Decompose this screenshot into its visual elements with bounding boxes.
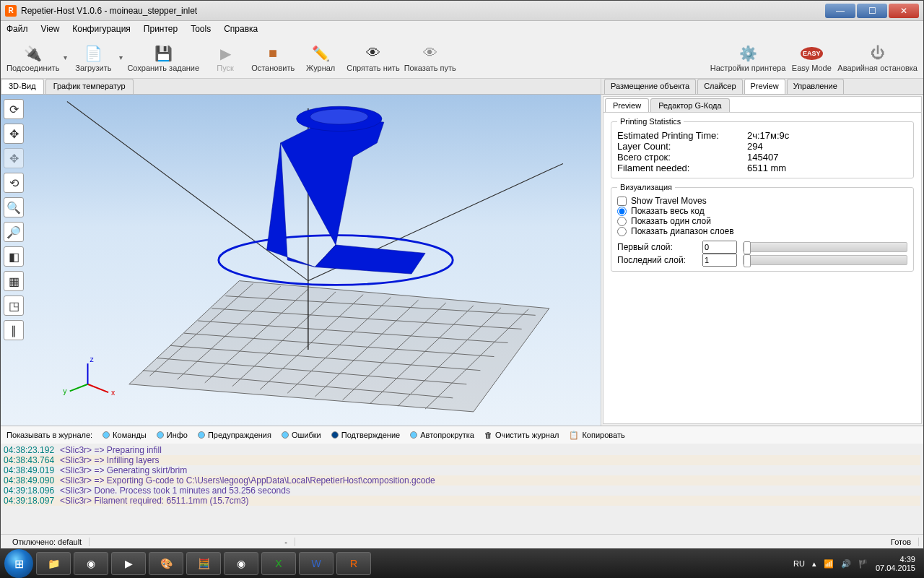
menu-view[interactable]: View <box>41 24 60 34</box>
save-button[interactable]: 💾Сохранить задание <box>127 43 199 72</box>
showpath-label: Показать путь <box>404 64 456 72</box>
printing-statistics-group: Printing Statistics Estimated Printing T… <box>611 117 914 178</box>
reset-view-button[interactable]: ⟳ <box>4 99 24 119</box>
menu-tools[interactable]: Tools <box>191 24 211 34</box>
subtab-gcode-editor[interactable]: Редактор G-Кода <box>650 98 729 112</box>
run-label: Пуск <box>217 64 234 72</box>
stop-button[interactable]: ■Остановить <box>251 43 295 72</box>
log-autoscroll[interactable]: Автопрокрутка <box>410 431 474 439</box>
tray-lang[interactable]: RU <box>793 559 805 568</box>
log-body[interactable]: 04:38:23.192<Slic3r> => Preparing infill… <box>1 444 923 534</box>
taskbar-paint[interactable]: 🎨 <box>149 552 183 575</box>
log-toolbar: Показывать в журнале: Команды Инфо Преду… <box>1 426 923 444</box>
view-toolbar: ⟳ ✥ ✥ ⟲ 🔍 🔎 ◧ ▦ ◳ ∥ <box>1 95 27 426</box>
menu-config[interactable]: Конфигурация <box>72 24 131 34</box>
top-view-button[interactable]: ◳ <box>4 296 24 316</box>
menu-help[interactable]: Справка <box>224 24 258 34</box>
tray-network-icon[interactable]: 📶 <box>824 559 834 569</box>
show-travel-checkbox[interactable] <box>617 197 627 206</box>
subtab-preview[interactable]: Preview <box>605 98 649 112</box>
emergency-stop-button[interactable]: ⏻Аварийная остановка <box>837 43 918 72</box>
log-line: 04:38:43.764<Slic3r> => Infilling layers <box>4 455 920 465</box>
pencil-icon: ✏️ <box>310 43 331 64</box>
filament-value: 6511 mm <box>747 163 786 173</box>
log-filter-commands[interactable]: Команды <box>103 431 147 439</box>
iso-view-button[interactable]: ◧ <box>4 246 24 267</box>
front-view-button[interactable]: ▦ <box>4 271 24 291</box>
svg-line-27 <box>70 384 88 392</box>
log-filter-warn[interactable]: Предупраждения <box>198 431 271 439</box>
menu-file[interactable]: Файл <box>6 24 28 34</box>
journal-button[interactable]: ✏️Журнал <box>299 43 342 72</box>
taskbar-calc[interactable]: 🧮 <box>186 552 221 575</box>
show-single-radio[interactable] <box>617 217 627 226</box>
close-button[interactable]: ✕ <box>889 4 919 18</box>
show-path-button[interactable]: 👁Показать путь <box>404 43 456 72</box>
minimize-button[interactable]: — <box>825 4 855 18</box>
last-layer-label: Последний слой: <box>617 255 697 265</box>
total-lines-label: Всего строк: <box>617 152 747 163</box>
tray-volume-icon[interactable]: 🔊 <box>841 559 851 569</box>
load-button[interactable]: 📄Загрузить <box>71 43 115 72</box>
connect-button[interactable]: 🔌Подсоединить <box>6 43 59 72</box>
app-window: R Repetier-Host V1.0.6 - moineau_stepper… <box>0 0 924 549</box>
svg-line-25 <box>88 384 109 392</box>
taskbar-explorer[interactable]: 📁 <box>36 552 71 575</box>
log-line: 04:39:18.096<Slic3r> Done. Process took … <box>4 486 920 496</box>
printer-settings-button[interactable]: ⚙️Настройки принтера <box>710 43 786 72</box>
move-object-button[interactable]: ✥ <box>4 148 24 168</box>
easy-mode-button[interactable]: EASYEasy Mode <box>790 43 833 72</box>
run-button[interactable]: ▶Пуск <box>204 43 247 72</box>
tab-temperature[interactable]: График температур <box>45 79 134 94</box>
load-dropdown[interactable]: ▾ <box>119 53 123 61</box>
tray-flag-icon[interactable]: 🏴 <box>858 559 868 569</box>
eye-off-icon: 👁 <box>420 43 440 64</box>
taskbar-repetier[interactable]: R <box>336 552 371 575</box>
show-all-radio[interactable] <box>617 207 627 216</box>
statusbar: Отключено: default - Готов <box>1 534 923 548</box>
tab-preview[interactable]: Preview <box>744 79 785 94</box>
first-layer-input[interactable] <box>702 241 737 254</box>
log-copy-button[interactable]: 📋 Копировать <box>569 431 624 440</box>
tab-slicer[interactable]: Слайсер <box>697 79 742 94</box>
log-filter-ack[interactable]: Подтверждение <box>331 431 400 439</box>
taskbar-media[interactable]: ▶ <box>111 552 146 575</box>
system-tray: RU ▴ 📶 🔊 🏴 4:39 07.04.2015 <box>793 555 920 572</box>
taskbar-word[interactable]: W <box>299 552 334 575</box>
easy-icon: EASY <box>801 43 821 64</box>
journal-label: Журнал <box>306 64 335 72</box>
play-icon: ▶ <box>215 43 235 64</box>
tab-3d-view[interactable]: 3D-Вид <box>1 79 44 94</box>
log-area: Показывать в журнале: Команды Инфо Преду… <box>1 426 923 534</box>
3d-viewport[interactable]: ⟳ ✥ ✥ ⟲ 🔍 🔎 ◧ ▦ ◳ ∥ <box>1 95 601 426</box>
move-view-button[interactable]: ✥ <box>4 124 24 144</box>
first-layer-slider[interactable] <box>743 242 907 252</box>
taskbar-chrome2[interactable]: ◉ <box>224 552 258 575</box>
rotate-button[interactable]: ⟲ <box>4 173 24 193</box>
start-button[interactable]: ⊞ <box>4 549 33 578</box>
taskbar-excel[interactable]: X <box>261 552 296 575</box>
emergency-icon: ⏻ <box>868 43 888 64</box>
tray-up-icon[interactable]: ▴ <box>812 559 816 569</box>
last-layer-slider[interactable] <box>743 255 907 265</box>
preview-panel: Preview Редактор G-Кода Printing Statist… <box>603 96 922 424</box>
maximize-button[interactable]: ☐ <box>857 4 887 18</box>
show-travel-label: Show Travel Moves <box>631 196 707 206</box>
log-filter-errors[interactable]: Ошибки <box>282 431 321 439</box>
connect-dropdown[interactable]: ▾ <box>64 53 67 61</box>
tray-clock[interactable]: 4:39 07.04.2015 <box>876 555 915 572</box>
last-layer-input[interactable] <box>702 254 737 267</box>
status-ready: Готов <box>884 538 919 546</box>
show-range-radio[interactable] <box>617 227 627 236</box>
menu-printer[interactable]: Принтер <box>144 24 178 34</box>
hide-filament-button[interactable]: 👁Спрятать нить <box>346 43 399 72</box>
taskbar-chrome[interactable]: ◉ <box>74 552 108 575</box>
tab-control[interactable]: Управление <box>787 79 844 94</box>
fit-button[interactable]: 🔎 <box>4 222 24 242</box>
log-clear-button[interactable]: 🗑 Очистить журнал <box>484 431 559 439</box>
tab-placement[interactable]: Размещение объекта <box>604 79 696 94</box>
emergency-label: Аварийная остановка <box>837 64 918 72</box>
parallel-button[interactable]: ∥ <box>4 320 24 340</box>
log-filter-info[interactable]: Инфо <box>157 431 188 439</box>
zoom-button[interactable]: 🔍 <box>4 197 24 217</box>
